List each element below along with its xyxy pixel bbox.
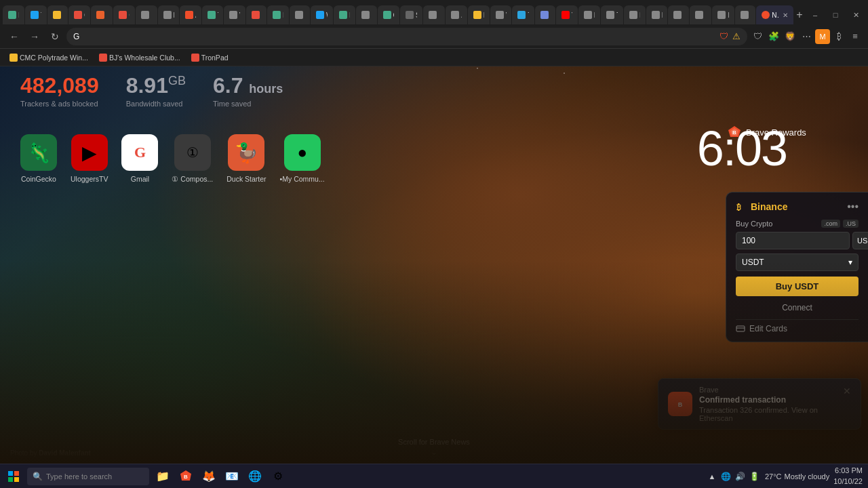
tab-favicon	[762, 11, 770, 19]
tab-be[interactable]: Be	[267, 5, 289, 24]
binance-menu-button[interactable]: •••	[847, 201, 859, 213]
maximize-button[interactable]: □	[826, 8, 845, 22]
start-button[interactable]	[3, 466, 24, 487]
tab-ve[interactable]: Ve	[490, 5, 511, 24]
tab-kry[interactable]: Kr	[290, 5, 310, 24]
tab-du[interactable]: Du	[91, 5, 113, 24]
tab-yt[interactable]: YT	[556, 5, 578, 24]
tab-ca1[interactable]: Ca	[68, 5, 90, 24]
close-button[interactable]: ✕	[846, 8, 865, 22]
extensions-icon[interactable]: 🧩	[766, 29, 781, 44]
amount-input[interactable]	[736, 232, 850, 249]
tab-label: ET	[705, 12, 706, 19]
trackers-label: Trackers & ads blocked	[20, 100, 99, 108]
tab-et2[interactable]: ET	[712, 5, 734, 24]
time-label: Time saved	[213, 100, 283, 108]
tab-de[interactable]: De	[3, 5, 24, 24]
taskbar-file-explorer[interactable]: 📁	[152, 466, 174, 487]
tab-63[interactable]: 63	[668, 5, 689, 24]
taskbar-brave-icon[interactable]: B	[175, 466, 197, 487]
minimize-button[interactable]: –	[806, 8, 825, 22]
tab-ho[interactable]: Ho	[423, 5, 445, 24]
tray-volume-icon[interactable]: 🔊	[734, 470, 747, 483]
taskbar-clock[interactable]: 6:03 PM 10/10/22	[833, 466, 863, 487]
tab-wc[interactable]: Wc	[311, 5, 333, 24]
tray-network-icon[interactable]: 🌐	[720, 470, 732, 483]
tab-kr[interactable]: Kr	[246, 5, 267, 24]
tab-pu[interactable]: Pu	[624, 5, 646, 24]
currency-select[interactable]: USD ▾	[852, 232, 868, 249]
tab-di[interactable]: Di	[535, 5, 555, 24]
settings-icon[interactable]: ⋯	[799, 29, 814, 44]
taskbar-mail-icon[interactable]: 📧	[221, 466, 243, 487]
tab-favicon	[673, 11, 682, 19]
refresh-button[interactable]: ↻	[46, 28, 64, 45]
brave-rewards-section[interactable]: B Brave Rewards	[719, 121, 868, 144]
tab-close-icon[interactable]: ✕	[783, 12, 788, 19]
taskbar-search-box[interactable]: 🔍 Type here to search	[27, 468, 149, 485]
metamask-icon[interactable]: M	[815, 29, 830, 44]
tab-as[interactable]: As	[446, 5, 467, 24]
taskbar-edge-icon[interactable]: 🌐	[244, 466, 266, 487]
bookmark-label: TronPad	[201, 54, 229, 62]
svg-text:B: B	[732, 129, 736, 136]
bookmark-tronpad[interactable]: TronPad	[187, 52, 233, 63]
url-input[interactable]	[73, 32, 715, 41]
forward-button[interactable]: →	[26, 28, 43, 45]
quick-link-gmail[interactable]: G Gmail	[121, 134, 158, 183]
tab-favicon	[606, 11, 614, 19]
rewards-icon[interactable]: 🦁	[783, 29, 797, 44]
quick-link-compose[interactable]: ① ① Compos...	[172, 134, 213, 183]
quick-link-duckstarter[interactable]: 🦆 Duck Starter	[226, 134, 266, 183]
tab-bi[interactable]: Bi	[47, 5, 68, 24]
quick-link-community[interactable]: ● •My Commu...	[280, 134, 325, 183]
tab-cr[interactable]: Cr	[735, 5, 756, 24]
tab-favicon	[496, 11, 504, 19]
tab-ca2[interactable]: Ca	[113, 5, 135, 24]
tab-ste[interactable]: Ste	[400, 5, 422, 24]
tab-mu[interactable]: Mu	[578, 5, 601, 24]
tab-by1[interactable]: By	[136, 5, 157, 24]
tab-et[interactable]: ET	[690, 5, 711, 24]
quick-link-uloggers[interactable]: ▶ UloggersTV	[71, 134, 108, 183]
tab-ga[interactable]: Ga	[378, 5, 399, 24]
crypto-icon[interactable]: ₿	[831, 29, 846, 44]
tab-pu2[interactable]: Pu	[646, 5, 668, 24]
bookmark-bjs[interactable]: BJ's Wholesale Club...	[95, 52, 184, 63]
tab-kry2[interactable]: Kr	[356, 5, 376, 24]
browser-menu-icon[interactable]: ≡	[848, 29, 863, 44]
bookmark-cmc[interactable]: CMC Polytrade Win...	[5, 52, 92, 63]
tab-bs[interactable]: BS	[468, 5, 490, 24]
tab-tw[interactable]: Tw	[25, 5, 47, 24]
brave-rewards-icon: B	[727, 125, 742, 140]
back-button[interactable]: ←	[5, 28, 23, 45]
quick-link-label: CoinGecko	[21, 175, 56, 183]
tab-favicon	[451, 11, 459, 19]
brave-shield-icon[interactable]: 🛡	[750, 29, 765, 44]
tab-favicon	[74, 11, 82, 19]
tab-favicon	[53, 11, 61, 19]
tab-favicon	[119, 11, 127, 19]
tab-tel[interactable]: Tel	[512, 5, 534, 24]
tab-ad[interactable]: Ad	[180, 5, 201, 24]
taskbar-date: 10/10/22	[833, 476, 863, 487]
bookmark-favicon	[9, 54, 18, 62]
tray-battery-icon[interactable]: 🔋	[749, 470, 761, 483]
new-tab-button[interactable]: +	[794, 5, 805, 24]
tray-icon-1[interactable]: ▲	[706, 470, 718, 483]
tab-th[interactable]: Th	[202, 5, 223, 24]
browser-chrome: De Tw Bi Ca Du Ca By By	[0, 0, 868, 66]
tab-favicon	[31, 11, 39, 19]
address-bar[interactable]: 🛡 ⚠	[66, 28, 747, 45]
taskbar-firefox-icon[interactable]: 🦊	[198, 466, 220, 487]
tab-label: TO	[616, 12, 618, 19]
tab-favicon	[316, 11, 324, 19]
tab-favicon	[273, 11, 281, 19]
tab-vo[interactable]: Vo	[224, 5, 245, 24]
tab-newtab[interactable]: New Tab ✕	[756, 5, 793, 24]
taskbar-settings-icon[interactable]: ⚙	[267, 466, 289, 487]
tab-to[interactable]: TO	[601, 5, 623, 24]
quick-link-coingecko[interactable]: 🦎 CoinGecko	[20, 134, 57, 183]
tab-by2[interactable]: By	[158, 5, 179, 24]
tab-de2[interactable]: De	[334, 5, 355, 24]
